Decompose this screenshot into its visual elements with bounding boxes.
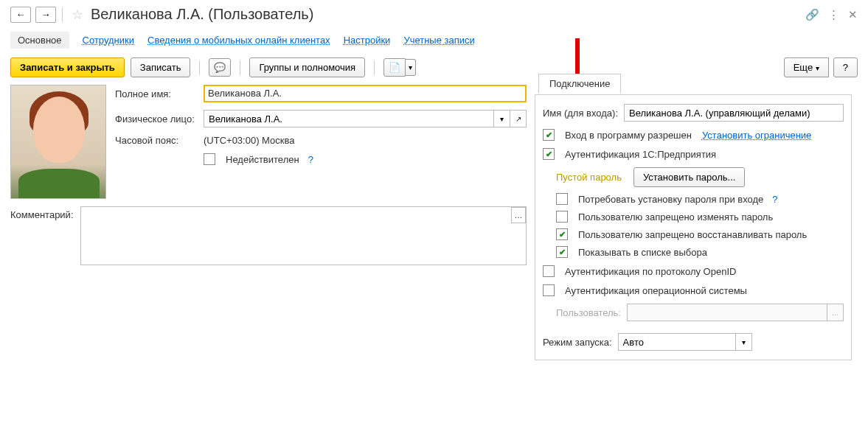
auth-openid-label: Аутентификация по протоколу OpenID bbox=[565, 266, 736, 277]
tab-employees[interactable]: Сотрудники bbox=[83, 35, 134, 46]
forbid-change-pw-checkbox[interactable] bbox=[556, 211, 568, 223]
forbid-restore-pw-label: Пользователю запрещено восстанавливать п… bbox=[578, 229, 807, 240]
require-pw-label: Потребовать установку пароля при входе bbox=[578, 194, 763, 205]
set-password-button[interactable]: Установить пароль... bbox=[633, 167, 745, 187]
person-open-button[interactable]: ↗ bbox=[510, 110, 527, 127]
page-title: Великанова Л.А. (Пользователь) bbox=[91, 6, 313, 23]
separator bbox=[240, 60, 240, 75]
comment-label: Комментарий: bbox=[10, 206, 73, 265]
person-input[interactable] bbox=[204, 110, 494, 127]
full-name-input[interactable]: Великанова Л.А. bbox=[204, 85, 527, 102]
login-label: Имя (для входа): bbox=[543, 108, 618, 119]
launch-label: Режим запуска: bbox=[543, 337, 612, 348]
tab-settings[interactable]: Настройки bbox=[344, 35, 391, 46]
save-close-button[interactable]: Записать и закрыть bbox=[10, 57, 125, 77]
link-icon[interactable]: 🔗 bbox=[805, 8, 819, 21]
auth-1c-checkbox[interactable] bbox=[543, 148, 555, 160]
launch-input[interactable] bbox=[618, 333, 736, 351]
back-button[interactable]: ← bbox=[10, 7, 31, 23]
more-button[interactable]: Еще ▾ bbox=[784, 57, 829, 77]
require-pw-checkbox[interactable] bbox=[556, 193, 568, 205]
os-user-label: Пользователь: bbox=[556, 307, 621, 318]
report-dropdown-arrow[interactable]: ▾ bbox=[406, 59, 416, 76]
auth-1c-label: Аутентификация 1С:Предприятия bbox=[565, 149, 716, 160]
report-icon-button[interactable]: 📄 bbox=[383, 58, 406, 77]
launch-dropdown-button[interactable]: ▾ bbox=[736, 333, 752, 351]
separator bbox=[374, 60, 375, 75]
tz-label: Часовой пояс: bbox=[115, 135, 198, 146]
save-button[interactable]: Записать bbox=[131, 57, 191, 77]
tab-main[interactable]: Основное bbox=[10, 32, 69, 49]
panel-tab-connection[interactable]: Подключение bbox=[538, 74, 621, 94]
user-photo[interactable] bbox=[10, 85, 106, 199]
kebab-icon[interactable]: ⋮ bbox=[828, 8, 839, 21]
forbid-change-pw-label: Пользователю запрещено изменять пароль bbox=[578, 211, 773, 223]
inactive-checkbox[interactable] bbox=[204, 153, 215, 165]
login-allowed-checkbox[interactable] bbox=[543, 129, 555, 141]
os-user-input bbox=[627, 304, 827, 321]
forbid-restore-pw-checkbox[interactable] bbox=[556, 228, 568, 240]
star-icon[interactable]: ☆ bbox=[72, 7, 83, 23]
separator bbox=[62, 7, 63, 22]
auth-os-checkbox[interactable] bbox=[543, 284, 555, 296]
auth-os-label: Аутентификация операционной системы bbox=[565, 285, 747, 296]
close-icon[interactable]: ✕ bbox=[848, 8, 858, 21]
show-in-list-label: Показывать в списке выбора bbox=[578, 247, 707, 258]
forward-button[interactable]: → bbox=[35, 7, 56, 23]
login-allowed-label: Вход в программу разрешен bbox=[565, 130, 692, 141]
tab-accounts[interactable]: Учетные записи bbox=[403, 35, 474, 46]
auth-openid-checkbox[interactable] bbox=[543, 265, 555, 277]
comment-expand-button[interactable]: … bbox=[511, 207, 526, 223]
chat-icon-button[interactable]: 💬 bbox=[209, 58, 231, 77]
help-button[interactable]: ? bbox=[833, 57, 858, 77]
inactive-help-icon[interactable]: ? bbox=[308, 154, 313, 165]
person-label: Физическое лицо: bbox=[115, 113, 198, 125]
show-in-list-checkbox[interactable] bbox=[556, 246, 568, 258]
comment-textarea[interactable]: … bbox=[80, 206, 527, 265]
groups-button[interactable]: Группы и полномочия bbox=[249, 57, 365, 77]
login-input[interactable] bbox=[624, 104, 844, 122]
inactive-label: Недействителен bbox=[226, 154, 299, 165]
separator bbox=[199, 60, 200, 75]
tab-mobile[interactable]: Сведения о мобильных онлайн клиентах bbox=[147, 35, 330, 46]
require-pw-help-icon[interactable]: ? bbox=[772, 194, 777, 205]
tz-value: (UTC+03:00) Москва bbox=[204, 135, 295, 146]
os-user-browse-button: … bbox=[827, 304, 844, 321]
set-restriction-link[interactable]: Установить ограничение bbox=[702, 130, 811, 141]
person-dropdown-button[interactable]: ▾ bbox=[494, 110, 510, 127]
full-name-label: Полное имя: bbox=[115, 88, 198, 99]
empty-password-label: Пустой пароль bbox=[556, 172, 622, 183]
